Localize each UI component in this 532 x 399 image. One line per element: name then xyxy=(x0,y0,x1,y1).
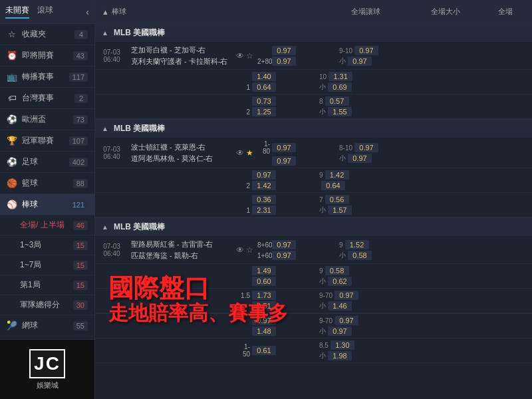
odds-value[interactable]: 0.73 xyxy=(252,96,276,106)
star-icon[interactable]: ☆ xyxy=(246,51,253,61)
match-row-bottom2: 1-50 0.61 8.5 1.30 小 1.98 xyxy=(95,338,532,363)
team1-name: 聖路易斯紅雀 - 吉雷雷-右 xyxy=(131,239,232,249)
sidebar-item-soccer[interactable]: ⚽ 足球 402 xyxy=(0,152,94,173)
odds-value[interactable]: 0.61 xyxy=(252,346,276,355)
odds-value[interactable]: 1.57 xyxy=(328,205,352,215)
odds-value[interactable]: 1.49 xyxy=(252,266,276,275)
size-label: 8-10 xyxy=(337,144,354,152)
sidebar-header: 未開賽 滾球 ‹ xyxy=(0,0,94,24)
odds-value[interactable]: 0.97 xyxy=(252,316,276,325)
col-extra-header: 全場 xyxy=(485,7,525,17)
odds-value[interactable]: 0.64 xyxy=(252,82,276,92)
odds-value[interactable]: 0.97 xyxy=(334,291,358,300)
odds-row-1: 8.5 1.30 xyxy=(317,340,392,350)
live-icon[interactable]: 👁 xyxy=(236,245,244,255)
sort-control[interactable]: ▲ 棒球 xyxy=(102,7,126,17)
odds-value[interactable]: 0.69 xyxy=(328,82,352,92)
odds-value[interactable]: 0.64 xyxy=(321,181,345,190)
odds-value[interactable]: 1.46 xyxy=(328,301,352,311)
odds-label: 1 xyxy=(237,207,252,214)
sidebar-tabs: 未開賽 滾球 xyxy=(5,5,53,19)
sidebar-sub-item-first-inning[interactable]: 第1局 15 xyxy=(0,275,94,295)
odds-value[interactable]: 0.97 xyxy=(348,57,372,66)
odds-value[interactable]: 0.51 xyxy=(252,301,276,311)
tab-live[interactable]: 滾球 xyxy=(37,5,53,19)
odds-value[interactable]: 1.25 xyxy=(252,107,276,116)
sidebar-item-label: 足球 xyxy=(22,156,65,168)
sidebar-sub-item-1-7[interactable]: 1~7局 15 xyxy=(0,255,94,275)
odds-value[interactable]: 0.97 xyxy=(272,46,296,55)
sidebar-sub-item-1-3[interactable]: 1~3局 15 xyxy=(0,235,94,255)
sidebar-sub-item-full-half[interactable]: 全場/ 上半場 46 xyxy=(0,215,94,235)
sidebar-item-taiwan[interactable]: 🏷 台灣賽事 2 xyxy=(0,88,94,109)
odds-value[interactable]: 1.31 xyxy=(329,72,352,81)
basketball-icon: 🏀 xyxy=(7,178,17,189)
odds-value[interactable]: 2.31 xyxy=(252,205,276,215)
odds-value[interactable]: 0.97 xyxy=(328,327,352,336)
league-header-mlb3[interactable]: ▲ MLB 美國職棒 xyxy=(95,218,532,237)
handicap-odds: 1.49 0.60 xyxy=(235,264,315,288)
live-icon[interactable]: 👁 xyxy=(236,51,244,61)
odds-row-1: 8 0.57 xyxy=(317,96,392,106)
star-icon[interactable]: ★ xyxy=(246,148,253,158)
odds-value[interactable]: 0.57 xyxy=(325,96,349,106)
sidebar-item-europe[interactable]: ⚽ 歐洲盃 73 xyxy=(0,109,94,130)
odds-value[interactable]: 0.97 xyxy=(272,240,296,249)
odds-value[interactable]: 0.97 xyxy=(348,154,372,163)
sidebar-collapse-button[interactable]: ‹ xyxy=(86,7,89,17)
sub-item-count: 46 xyxy=(73,221,88,230)
odds-value[interactable]: 1.98 xyxy=(328,351,352,360)
live-icon[interactable]: 👁 xyxy=(236,148,244,158)
odds-value[interactable]: 0.58 xyxy=(325,266,349,275)
odds-value[interactable]: 1.42 xyxy=(252,181,276,190)
size-label: 9 xyxy=(317,267,325,275)
odds-value[interactable]: 0.97 xyxy=(354,46,378,55)
tab-upcoming[interactable]: 未開賽 xyxy=(5,5,29,19)
sidebar-item-label: 台灣賽事 xyxy=(22,92,70,104)
odds-label: 8+60 xyxy=(257,241,272,249)
sidebar-item-baseball[interactable]: ⚾ 棒球 121 xyxy=(0,194,94,215)
taiwan-icon: 🏷 xyxy=(7,93,17,104)
star-icon[interactable]: ☆ xyxy=(246,245,253,255)
match-row: 07-03 06:40 波士頓紅襪 - 克萊恩-右 道阿老馬林魚 - 莫洛仁-右… xyxy=(95,138,532,168)
sidebar-sub-item-team-score[interactable]: 軍隊總得分 30 xyxy=(0,295,94,315)
odds-value[interactable]: 0.97 xyxy=(252,170,276,180)
match-row-bottom1: 0.97 1.48 9-70 0.97 小 0.97 xyxy=(95,314,532,338)
odds-value[interactable]: 0.97 xyxy=(334,316,358,325)
league-header-mlb2[interactable]: ▲ MLB 美國職棒 xyxy=(95,120,532,138)
sidebar-item-crown[interactable]: 🏆 冠軍聯賽 107 xyxy=(0,130,94,152)
odds-value[interactable]: 0.60 xyxy=(252,277,276,286)
odds-value[interactable]: 1.73 xyxy=(252,291,276,300)
odds-label: 2+80 xyxy=(257,58,272,65)
odds-value[interactable]: 1.40 xyxy=(252,72,276,81)
sidebar-item-basketball[interactable]: 🏀 籃球 88 xyxy=(0,173,94,194)
odds-value[interactable]: 1.30 xyxy=(331,340,354,350)
total-odds: 8-10 0.97 小 0.97 xyxy=(334,141,414,165)
odds-row-2: 小 0.69 xyxy=(317,82,392,92)
match-time-text: 06:40 xyxy=(98,153,125,160)
odds-value[interactable]: 0.36 xyxy=(252,195,276,204)
sidebar-item-favorites[interactable]: ☆ 收藏夾 4 xyxy=(0,24,94,45)
odds-row-1: 0.97 xyxy=(237,170,312,180)
odds-value[interactable]: 0.97 xyxy=(272,57,296,66)
sub-item-count: 15 xyxy=(73,241,88,250)
sidebar-item-rolling[interactable]: 📺 轉播賽事 117 xyxy=(0,66,94,88)
odds-value[interactable]: 1.52 xyxy=(345,240,369,249)
odds-value[interactable]: 0.97 xyxy=(354,143,378,152)
handicap-odds: 0.97 2 1.42 xyxy=(235,168,315,192)
league-header-mlb[interactable]: ▲ MLB 美國職棒 xyxy=(95,24,532,43)
odds-value[interactable]: 0.97 xyxy=(272,143,296,152)
odds-value[interactable]: 1.55 xyxy=(328,107,352,116)
odds-value[interactable]: 0.97 xyxy=(272,156,296,166)
odds-value[interactable]: 1.42 xyxy=(325,170,349,180)
odds-value[interactable]: 1.48 xyxy=(252,327,276,336)
total-odds: 9-10 0.97 小 0.97 xyxy=(334,44,414,68)
odds-value[interactable]: 0.58 xyxy=(348,251,372,260)
odds-value[interactable]: 0.97 xyxy=(272,251,296,260)
odds-value[interactable]: 0.62 xyxy=(328,277,352,286)
sidebar-item-upcoming[interactable]: ⏰ 即將開賽 43 xyxy=(0,45,94,66)
sidebar-item-tennis[interactable]: 🎾 網球 55 xyxy=(0,315,94,336)
total-odds: 8 0.57 小 1.55 xyxy=(315,94,394,118)
odds-value[interactable]: 0.56 xyxy=(325,195,349,204)
sidebar-item-count: 88 xyxy=(73,179,88,188)
